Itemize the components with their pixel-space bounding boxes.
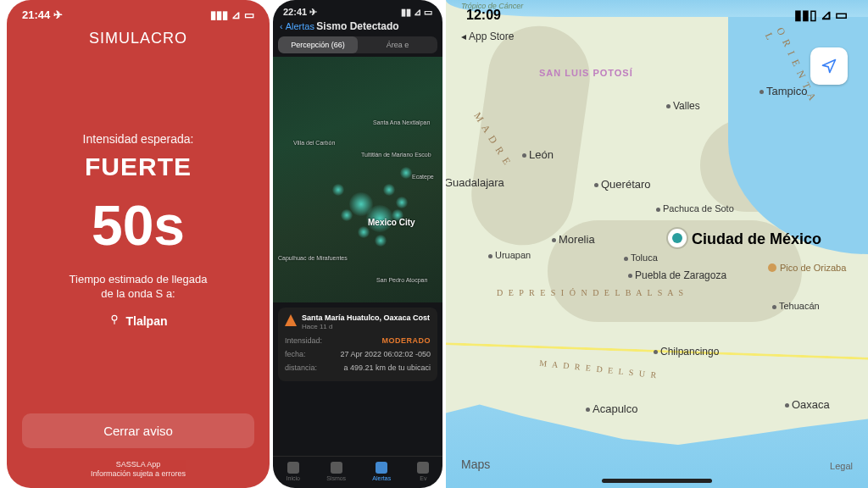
locate-me-button[interactable] (810, 47, 848, 85)
location-row: Tlalpan (108, 313, 167, 328)
epicenter-name: Santa María Huatulco, Oaxaca Cost (302, 314, 430, 323)
city-tampico[interactable]: Tampico (760, 85, 807, 97)
tab-sismos[interactable]: Sismos (326, 462, 346, 481)
city-pachuca[interactable]: Pachuca de Soto (656, 203, 734, 214)
close-alert-button[interactable]: Cerrar aviso (22, 413, 254, 448)
map-label: Capulhuac de Mirafuentes (278, 255, 348, 261)
status-time: 21:44 ✈ (22, 8, 63, 21)
location-arrow-icon (821, 58, 837, 75)
map-label: Ecatepe (412, 174, 434, 180)
quake-card[interactable]: Santa María Huatulco, Oaxaca Cost Hace 1… (278, 308, 437, 381)
signal-icon: ▮▮▮ (210, 8, 228, 21)
city-oaxaca[interactable]: Oaxaca (785, 398, 830, 411)
state-slp: SAN LUIS POTOSÍ (539, 68, 633, 78)
battery-icon: ▭ (244, 8, 254, 21)
wave-icon (331, 462, 342, 474)
apple-maps-panel[interactable]: Trópico de Cáncer 12:09 ▮▮▯ ⊿ ▭ ◂ App St… (446, 0, 868, 488)
row-intensity: Intensidad:MODERADO (285, 334, 431, 347)
map-label: Santa Ana Nextlalpan (373, 119, 430, 125)
row-distance: distancia:a 499.21 km de tu ubicaci (285, 361, 431, 374)
nav-title: Sismo Detectado (273, 20, 442, 32)
city-chilpancingo[interactable]: Chilpancingo (654, 346, 719, 358)
home-indicator[interactable] (602, 479, 712, 483)
region-balsas: D E P R E S I Ó N D E L B A L S A S (497, 288, 685, 297)
signal-icon: ▮▮▯ (794, 7, 817, 23)
apple-maps-badge: Maps (461, 458, 490, 471)
row-date: fecha:27 Apr 2022 06:02:02 -050 (285, 347, 431, 361)
screen-title: SIMULACRO (7, 30, 270, 47)
nav-bar: ‹ Alertas Sismo Detectado (273, 19, 442, 36)
segment-area[interactable]: Área e (358, 36, 437, 53)
person-icon (287, 462, 299, 474)
city-tehuacan[interactable]: Tehuacán (772, 301, 820, 311)
perception-map[interactable]: Villa del CarbónSanta Ana NextlalpanTult… (273, 57, 442, 302)
statusbar: 12:09 ▮▮▯ ⊿ ▭ (446, 0, 868, 30)
status-time: 22:41 ✈ (283, 7, 317, 18)
intensity-label: Intensidad esperada: (83, 132, 194, 146)
city-morelia[interactable]: Morelia (552, 233, 595, 246)
city-leon[interactable]: León (522, 148, 554, 161)
location-pin-icon (108, 313, 120, 328)
status-right: ▮▮▯ ⊿ ▭ (794, 7, 848, 23)
alert-body: Intensidad esperada: FUERTE 50s Tiempo e… (7, 47, 270, 413)
tab-eventos[interactable]: Ev (417, 462, 429, 481)
tab-inicio[interactable]: Inicio (287, 462, 300, 481)
warning-icon (285, 314, 297, 326)
statusbar: 21:44 ✈ ▮▮▮ ⊿ ▭ (7, 0, 270, 25)
map-label: Tultitlán de Mariano Escob (361, 152, 431, 158)
intensity-value: FUERTE (85, 152, 192, 181)
alert-icon (376, 462, 387, 474)
segment-percepcion[interactable]: Percepción (66) (278, 36, 358, 53)
list-icon (417, 462, 429, 474)
map-label: Mexico City (368, 218, 415, 227)
legal-link[interactable]: Legal (830, 461, 853, 471)
svg-point-0 (113, 316, 118, 321)
map-label: San Pedro Atocpan (376, 277, 427, 283)
statusbar: 22:41 ✈ ▮▮ ⊿ ▭ (273, 0, 442, 19)
phone-simulacro: 21:44 ✈ ▮▮▮ ⊿ ▭ SIMULACRO Intensidad esp… (7, 0, 270, 488)
status-right: ▮▮▮ ⊿ ▭ (210, 8, 254, 21)
chevron-left-icon: ◂ (461, 30, 466, 42)
city-acapulco[interactable]: Acapulco (586, 402, 637, 415)
tab-bar: Inicio Sismos Alertas Ev (273, 456, 442, 488)
map-label: Villa del Carbón (293, 140, 335, 146)
phone-sismo-detectado: 22:41 ✈ ▮▮ ⊿ ▭ ‹ Alertas Sismo Detectado… (273, 0, 442, 488)
wifi-icon: ⊿ (231, 8, 241, 21)
location-name: Tlalpan (125, 314, 167, 328)
status-right: ▮▮ ⊿ ▭ (401, 7, 432, 18)
countdown: 50s (92, 193, 185, 258)
time-ago: Hace 11 d (302, 323, 430, 330)
footer-credits: SASSLA App Información sujeta a errores (7, 460, 270, 488)
tab-alertas[interactable]: Alertas (372, 462, 391, 481)
segmented-control[interactable]: Percepción (66) Área e (278, 36, 437, 53)
city-guadalajara[interactable]: Guadalajara (446, 176, 504, 189)
back-to-app-button[interactable]: ◂ App Store (461, 30, 514, 42)
battery-icon: ▭ (835, 7, 848, 23)
subtext: Tiempo estimado de llegadade la onda S a… (70, 273, 208, 302)
user-location-pin[interactable] (668, 229, 687, 247)
city-puebla[interactable]: Puebla de Zaragoza (628, 269, 726, 281)
peak-orizaba[interactable]: Pico de Orizaba (768, 263, 846, 273)
city-valles[interactable]: Valles (666, 100, 700, 112)
wifi-icon: ⊿ (821, 7, 832, 23)
status-time: 12:09 (466, 8, 501, 23)
city-queretaro[interactable]: Querétaro (594, 178, 651, 191)
city-uruapan[interactable]: Uruapan (488, 250, 531, 260)
city-cdmx[interactable]: Ciudad de México (692, 230, 821, 248)
city-toluca[interactable]: Toluca (624, 252, 658, 263)
